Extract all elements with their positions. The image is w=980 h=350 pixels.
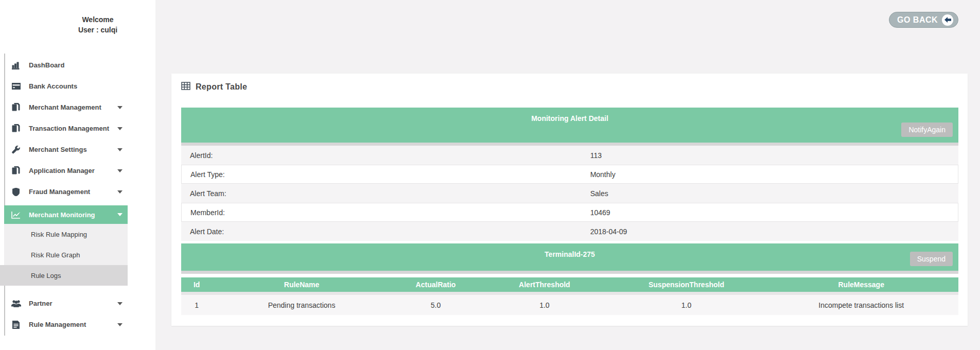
app-window: Welcome User : culqi DashBoard Bank Acco… [0,0,980,350]
rule-cell-suspension-threshold: 1.0 [608,301,764,309]
terminal-header: TerminalId-275 Suspend [181,243,958,274]
sidebar-item-application-manager[interactable]: Application Manager [4,160,128,181]
sidebar-item-label: Bank Accounts [29,82,77,90]
credit-card-icon [10,82,22,91]
chevron-down-icon [117,169,122,172]
sidebar-item-rule-management[interactable]: Rule Management [4,314,128,335]
welcome-user: User : culqi [46,25,149,35]
rule-cell-name: Pending transactions [212,301,391,309]
rule-cell-alert-threshold: 1.0 [480,301,608,309]
card-title-row: Report Table [181,80,958,93]
column-header: RuleName [212,281,391,289]
sidebar-item-partner[interactable]: Partner [4,293,128,314]
column-header: AlertThreshold [480,281,608,289]
sidebar-item-label: Merchant Settings [29,146,87,153]
submenu-item-label: Risk Rule Graph [31,251,80,259]
welcome-line: Welcome [46,14,149,25]
field-value: 113 [583,151,958,160]
table-row: AlertId: 113 [181,146,958,165]
suspend-button[interactable]: Suspend [910,252,953,266]
submenu-item-label: Rule Logs [31,272,61,279]
report-card: Report Table Monitoring Alert Detail Not… [171,74,968,326]
main-content: GO BACK Report Table Monitoring Alert De… [155,0,980,350]
field-label: Alert Date: [181,227,583,236]
line-chart-icon [10,210,22,219]
sidebar-item-dashboard[interactable]: DashBoard [4,55,128,76]
rule-table-row: 1 Pending transactions 5.0 1.0 1.0 Incom… [181,295,958,315]
sidebar-subitem-rule-logs[interactable]: Rule Logs [0,265,128,286]
field-value: Monthly [583,170,958,179]
file-text-icon [10,320,22,329]
chevron-down-icon [117,323,122,326]
table-row: MemberId: 10469 [181,203,958,222]
report-table: Monitoring Alert Detail NotifyAgain Aler… [181,108,958,315]
field-label: Alert Type: [182,170,583,179]
sidebar-item-merchant-settings[interactable]: Merchant Settings [4,139,128,160]
sidebar-item-bank-accounts[interactable]: Bank Accounts [4,76,128,97]
column-header: RuleMessage [764,281,958,289]
sidebar-item-label: Merchant Management [29,103,101,111]
sidebar-item-label: DashBoard [29,61,64,69]
field-label: AlertId: [181,151,583,160]
field-value: 2018-04-09 [583,227,958,236]
table-row: Alert Date: 2018-04-09 [181,222,958,241]
welcome-text: Welcome User : culqi [46,14,149,35]
files-icon [10,103,22,112]
table-icon [181,82,190,92]
rule-table-header: Id RuleName ActualRatio AlertThreshold S… [181,277,958,295]
rule-cell-actual-ratio: 5.0 [391,301,481,309]
sidebar-item-merchant-monitoring[interactable]: Merchant Monitoring [4,205,128,224]
chevron-down-icon [117,106,122,109]
field-label: MemberId: [182,208,583,217]
chevron-down-icon [117,213,122,216]
bar-chart-icon [10,61,22,70]
wrench-icon [10,145,22,154]
table-row: Alert Type: Monthly [181,165,958,184]
field-value: 10469 [583,208,958,217]
sidebar-item-label: Partner [29,300,52,307]
users-icon [10,299,22,308]
back-arrow-icon [942,14,953,26]
shield-icon [10,187,22,197]
submenu-item-label: Risk Rule Mapping [31,231,87,238]
go-back-label: GO BACK [897,15,938,25]
alert-detail-title: Monitoring Alert Detail [181,114,958,122]
files-icon [10,166,22,176]
sidebar-item-label: Fraud Management [29,188,90,196]
sidebar-item-label: Merchant Monitoring [29,211,95,219]
card-title: Report Table [196,82,247,92]
sidebar-subitem-risk-rule-mapping[interactable]: Risk Rule Mapping [4,224,128,244]
field-label: Alert Team: [181,189,583,198]
alert-detail-header: Monitoring Alert Detail NotifyAgain [181,108,958,146]
rule-cell-id: 1 [181,301,212,309]
sidebar-subitem-risk-rule-graph[interactable]: Risk Rule Graph [4,244,128,265]
column-header: SuspensionThreshold [608,281,764,289]
sidebar-item-label: Transaction Management [29,125,109,132]
sidebar-menu: DashBoard Bank Accounts Merchant Managem… [4,55,128,335]
sidebar-item-transaction-management[interactable]: Transaction Management [4,118,128,139]
chevron-down-icon [117,148,122,151]
column-header: Id [181,281,212,289]
terminal-title: TerminalId-275 [181,250,958,258]
chevron-down-icon [117,127,122,130]
notify-again-button[interactable]: NotifyAgain [901,122,953,137]
rule-cell-message: Incompete transactions list [764,301,958,309]
column-header: ActualRatio [391,281,481,289]
sidebar: Welcome User : culqi DashBoard Bank Acco… [0,0,155,350]
menu-spacer [4,286,128,293]
go-back-button[interactable]: GO BACK [889,12,958,28]
sidebar-item-label: Rule Management [29,321,86,328]
table-row: Alert Team: Sales [181,184,958,203]
field-value: Sales [583,189,958,198]
files-icon [10,124,22,133]
chevron-down-icon [117,190,122,194]
sidebar-item-merchant-management[interactable]: Merchant Management [4,97,128,118]
sidebar-item-fraud-management[interactable]: Fraud Management [4,181,128,202]
sidebar-item-label: Application Manager [29,167,95,174]
chevron-down-icon [117,302,122,305]
